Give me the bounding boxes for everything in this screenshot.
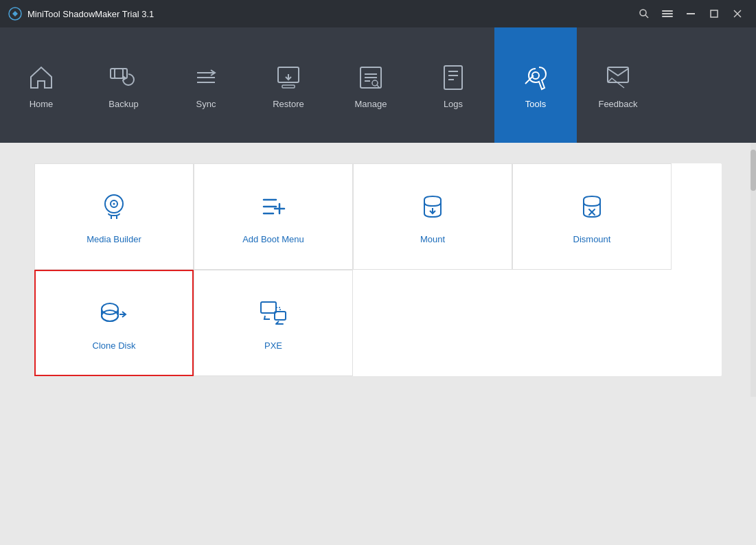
tool-mount-label: Mount: [420, 234, 445, 244]
tool-add-boot-menu-label: Add Boot Menu: [242, 234, 304, 244]
app-logo-icon: [8, 7, 22, 21]
svg-rect-4: [662, 13, 673, 14]
tool-mount[interactable]: Mount: [353, 163, 512, 270]
svg-rect-16: [444, 66, 462, 89]
tool-dismount[interactable]: Dismount: [512, 163, 672, 270]
titlebar: MiniTool ShadowMaker Trial 3.1: [0, 0, 756, 27]
nav-item-home[interactable]: Home: [0, 27, 82, 143]
nav-label-tools: Tools: [525, 99, 546, 109]
feedback-icon: [602, 62, 634, 93]
pxe-icon: [255, 295, 291, 331]
nav-label-manage: Manage: [355, 99, 387, 109]
nav-label-sync: Sync: [196, 99, 216, 109]
nav-item-tools[interactable]: Tools: [494, 27, 577, 143]
nav-label-restore: Restore: [273, 99, 304, 109]
nav-item-restore[interactable]: Restore: [247, 27, 330, 143]
nav-label-backup: Backup: [108, 99, 138, 109]
tools-icon: [520, 62, 551, 93]
tool-pxe[interactable]: PXE: [194, 270, 353, 376]
nav-label-home: Home: [30, 99, 54, 109]
manage-icon: [355, 62, 387, 93]
add-boot-menu-icon: [255, 189, 291, 224]
svg-rect-10: [111, 69, 123, 78]
logs-icon: [437, 62, 469, 93]
nav-item-sync[interactable]: Sync: [165, 27, 247, 143]
clone-disk-icon: [96, 295, 132, 331]
svg-point-1: [640, 10, 646, 16]
tool-clone-disk[interactable]: Clone Disk: [34, 270, 194, 376]
sync-icon: [190, 62, 222, 93]
scrollbar-track[interactable]: [751, 143, 756, 397]
svg-point-21: [113, 203, 115, 205]
backup-icon: [108, 62, 139, 93]
tool-media-builder[interactable]: Media Builder: [34, 163, 194, 270]
svg-point-15: [372, 80, 378, 86]
search-button[interactable]: [634, 3, 654, 24]
svg-point-30: [102, 310, 118, 321]
svg-rect-3: [662, 10, 673, 12]
svg-line-2: [645, 15, 648, 18]
svg-rect-6: [687, 13, 695, 14]
svg-point-29: [102, 303, 118, 314]
navbar: Home Backup Sync Restore: [0, 27, 756, 143]
home-icon: [25, 62, 57, 93]
minimize-button[interactable]: [680, 3, 701, 24]
nav-label-feedback: Feedback: [598, 99, 637, 109]
scrollbar-thumb[interactable]: [751, 150, 756, 191]
tools-grid: Media Builder Add Boot Menu Mount: [34, 163, 722, 376]
nav-item-logs[interactable]: Logs: [412, 27, 494, 143]
svg-rect-11: [115, 69, 127, 78]
svg-rect-32: [261, 302, 276, 313]
nav-item-backup[interactable]: Backup: [82, 27, 165, 143]
titlebar-controls: [634, 3, 748, 24]
nav-item-manage[interactable]: Manage: [330, 27, 412, 143]
main-content: Media Builder Add Boot Menu Mount: [0, 143, 756, 397]
maximize-button[interactable]: [704, 3, 724, 24]
restore-icon: [273, 62, 304, 93]
svg-rect-5: [662, 16, 673, 17]
menu-button[interactable]: [657, 3, 678, 24]
nav-item-feedback[interactable]: Feedback: [577, 27, 659, 143]
dismount-icon: [574, 189, 610, 224]
close-button[interactable]: [727, 3, 748, 24]
svg-rect-13: [282, 85, 295, 88]
mount-icon: [415, 189, 450, 224]
titlebar-left: MiniTool ShadowMaker Trial 3.1: [8, 7, 154, 21]
tool-add-boot-menu[interactable]: Add Boot Menu: [194, 163, 353, 270]
tool-dismount-label: Dismount: [573, 234, 611, 244]
tool-clone-disk-label: Clone Disk: [93, 340, 136, 351]
tool-pxe-label: PXE: [264, 340, 282, 351]
svg-rect-7: [711, 10, 718, 17]
app-title: MiniTool ShadowMaker Trial 3.1: [27, 9, 154, 19]
tool-media-builder-label: Media Builder: [87, 234, 141, 244]
media-builder-icon: [96, 189, 132, 224]
nav-label-logs: Logs: [444, 99, 463, 109]
